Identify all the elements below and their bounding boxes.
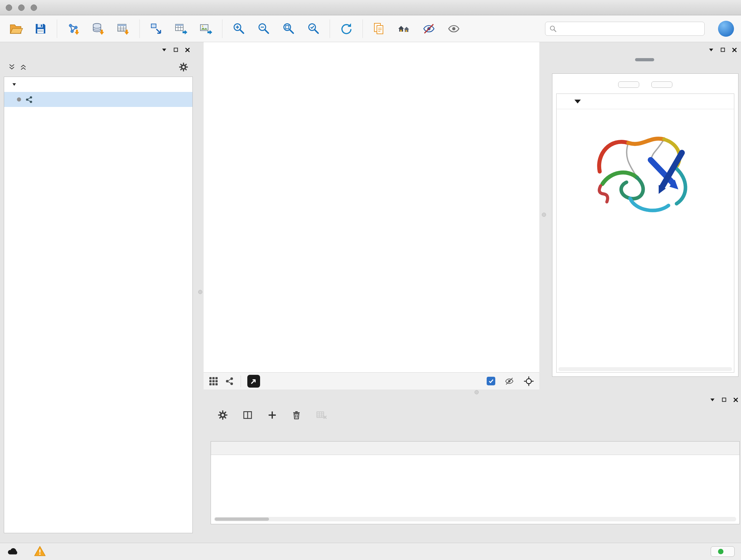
zoom-in-button[interactable] [230, 19, 247, 38]
network-tree [4, 77, 193, 533]
splitter-handle[interactable] [542, 212, 546, 217]
warning-icon[interactable] [34, 546, 46, 558]
float-panel-icon[interactable] [722, 397, 727, 402]
network-graph [204, 42, 539, 372]
export-network-icon [149, 22, 163, 36]
toolbar-separator [330, 19, 330, 38]
expand-collapse-row [556, 78, 734, 94]
delete-column-icon[interactable] [292, 410, 301, 420]
card-scrollbar[interactable] [558, 367, 732, 371]
selection-checkbox[interactable] [487, 377, 495, 385]
open-folder-icon [8, 21, 23, 36]
memory-button[interactable] [711, 546, 735, 557]
node-table [211, 441, 740, 524]
collapse-all-button[interactable] [651, 81, 672, 88]
glass-effect-on-button[interactable] [445, 19, 462, 38]
collapse-panel-icon[interactable] [161, 47, 167, 53]
external-arrow-icon [250, 377, 258, 385]
table-panel [204, 393, 741, 543]
search-icon [549, 25, 557, 33]
string-home-button[interactable] [395, 19, 413, 38]
birds-eye-view-button[interactable] [209, 376, 218, 386]
network-options-gear-icon[interactable] [179, 62, 188, 73]
import-network-button[interactable] [65, 19, 82, 38]
results-panel [549, 44, 740, 377]
import-network-icon [66, 22, 80, 36]
export-table-icon [174, 22, 188, 36]
refresh-icon [339, 22, 353, 36]
search-box[interactable] [545, 22, 704, 36]
add-column-icon[interactable] [267, 410, 277, 420]
show-columns-icon[interactable] [243, 410, 253, 420]
save-session-button[interactable] [32, 19, 49, 38]
zoom-selected-button[interactable] [305, 19, 322, 38]
expand-all-networks-icon[interactable] [20, 64, 27, 72]
zoom-selected-icon [307, 22, 320, 36]
zoom-fit-icon [281, 22, 295, 36]
check-icon [488, 378, 494, 384]
float-panel-icon[interactable] [173, 47, 179, 52]
refresh-button[interactable] [338, 19, 355, 38]
houses-icon [397, 22, 411, 36]
zoom-out-icon [257, 22, 271, 36]
crosslinks-title [556, 228, 734, 234]
close-panel-icon[interactable] [185, 47, 190, 53]
collapse-panel-icon[interactable] [710, 397, 715, 402]
network-share-icon [25, 96, 33, 104]
import-table-button[interactable] [115, 19, 132, 38]
zoom-out-button[interactable] [255, 19, 272, 38]
splitter-handle[interactable] [198, 290, 202, 294]
table-row[interactable] [211, 455, 739, 469]
cloud-icon[interactable] [6, 546, 20, 557]
zoom-fit-button[interactable] [280, 19, 297, 38]
minimize-window-button[interactable] [18, 4, 24, 11]
help-button[interactable] [718, 21, 734, 37]
import-network-from-database-button[interactable] [90, 19, 107, 38]
close-window-button[interactable] [6, 4, 12, 11]
table-import-icon [116, 22, 130, 36]
network-collection-row[interactable] [4, 77, 192, 92]
toolbar-separator [139, 19, 140, 38]
results-panel-header [549, 44, 740, 56]
copy-document-button[interactable] [370, 19, 388, 38]
table-horizontal-scrollbar[interactable] [214, 517, 736, 521]
network-row-selected[interactable] [4, 92, 192, 107]
float-panel-icon[interactable] [720, 47, 725, 52]
fit-move-button[interactable] [523, 376, 534, 387]
toolbar-separator [222, 19, 222, 38]
crosshair-icon [523, 376, 534, 387]
control-panel-header [4, 44, 193, 56]
toolbar-separator [362, 19, 363, 38]
eye-icon [447, 22, 461, 36]
search-input[interactable] [560, 25, 700, 32]
toolbar-separator [57, 19, 57, 38]
table-header-row [211, 442, 739, 455]
table-settings-gear-icon[interactable] [218, 410, 228, 420]
network-overview-button[interactable] [225, 376, 234, 386]
tab-string[interactable] [635, 58, 654, 61]
hidden-items-eye-slash-icon [504, 376, 515, 386]
glass-effect-off-button[interactable] [420, 19, 437, 38]
export-image-button[interactable] [197, 19, 214, 38]
collapse-panel-icon[interactable] [709, 47, 714, 53]
open-in-new-window-button[interactable] [247, 375, 260, 388]
expand-all-button[interactable] [618, 81, 639, 88]
network-canvas[interactable] [204, 42, 539, 372]
export-image-icon [199, 22, 213, 36]
export-table-button[interactable] [172, 19, 190, 38]
close-panel-icon[interactable] [732, 47, 737, 53]
collapse-all-networks-icon[interactable] [8, 64, 15, 72]
memory-status-dot [718, 549, 724, 554]
zoom-window-button[interactable] [30, 4, 37, 11]
network-status-bar [204, 372, 539, 389]
copy-document-icon [372, 22, 386, 36]
gene-description [556, 109, 734, 114]
table-panel-header [204, 393, 741, 406]
close-panel-icon[interactable] [733, 397, 738, 402]
node-details-header[interactable] [556, 94, 734, 109]
main-toolbar [0, 15, 741, 42]
scrollbar-thumb[interactable] [215, 517, 269, 521]
export-network-button[interactable] [147, 19, 165, 38]
open-session-button[interactable] [7, 19, 24, 38]
zoom-in-icon [232, 22, 246, 36]
